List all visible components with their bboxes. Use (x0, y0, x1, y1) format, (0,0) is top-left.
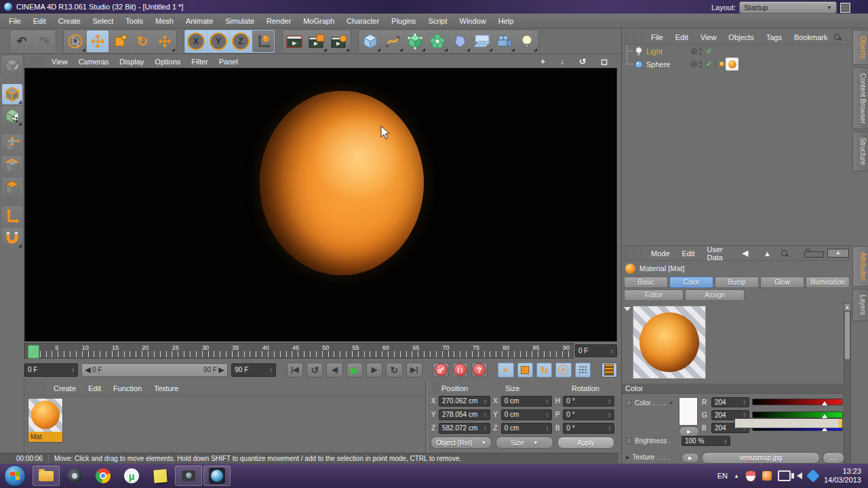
green-slider[interactable] (752, 411, 843, 418)
menu-item[interactable]: Render (260, 17, 297, 25)
side-tab[interactable]: Attributes (852, 246, 868, 287)
position-y-field[interactable]: 278.054 cm↕ (439, 409, 490, 420)
layer-dot-icon[interactable] (691, 61, 697, 67)
spinner-icon[interactable]: ↕ (71, 367, 75, 373)
size-x-field[interactable]: 0 cm↕ (501, 396, 553, 407)
preview-range-slider[interactable]: ◀ 0 F 90 F ▶ (81, 363, 229, 377)
menu-item[interactable]: File (3, 17, 27, 25)
previous-frame-button[interactable]: ◀ (326, 363, 342, 378)
current-frame-marker[interactable] (28, 345, 39, 359)
menu-item[interactable]: Edit (27, 17, 52, 25)
brightness-slider[interactable] (734, 418, 843, 428)
add-spline-button[interactable] (382, 30, 403, 52)
key-position-toggle[interactable]: + (498, 363, 513, 378)
drag-grip[interactable] (432, 382, 439, 394)
rotate-tool-button[interactable]: ↻ (132, 30, 153, 52)
menu-item[interactable]: Animate (180, 17, 219, 25)
texture-tag-icon[interactable] (726, 58, 738, 70)
drag-grip[interactable] (26, 381, 45, 395)
taskbar-cinema4d-button[interactable] (203, 466, 231, 486)
object-row-sphere[interactable]: Sphere ✓ (622, 58, 852, 70)
brightness-field[interactable]: 100 %↕ (682, 436, 730, 446)
viewport-menu-item[interactable]: View (46, 58, 73, 66)
rotation-p-field[interactable]: 0 °↕ (563, 409, 614, 420)
drag-grip[interactable] (623, 30, 643, 44)
viewport-toggle-icon[interactable]: ◻ (595, 57, 613, 66)
viewport-menu-item[interactable]: Filter (186, 58, 213, 66)
drag-grip[interactable] (26, 56, 44, 68)
object-menu-item[interactable]: File (645, 33, 669, 41)
rotation-b-field[interactable]: 0 °↕ (563, 423, 614, 434)
menu-item[interactable]: Create (52, 17, 87, 25)
lock-y-axis-button[interactable]: Y (208, 30, 229, 52)
make-editable-button[interactable] (2, 56, 22, 76)
object-menu-item[interactable]: Bookmark (788, 33, 834, 41)
add-mograph-button[interactable] (427, 30, 448, 52)
keyframe-selection-button[interactable]: ? (471, 363, 487, 378)
polygons-mode-button[interactable] (2, 178, 22, 198)
viewport-zoom-icon[interactable]: ↓ (555, 57, 570, 66)
taskbar-utorrent-button[interactable]: µ (118, 466, 145, 486)
phong-tag-icon[interactable] (719, 62, 724, 66)
viewport-menu-item[interactable]: Options (149, 58, 186, 66)
search-icon[interactable] (781, 249, 801, 258)
menu-item[interactable]: Script (422, 17, 453, 25)
taskbar-explorer-button[interactable] (33, 466, 60, 486)
side-tab[interactable]: Objects (852, 30, 868, 65)
material-menu-item[interactable]: Create (47, 384, 82, 392)
viewport-canvas[interactable] (24, 68, 617, 342)
points-mode-button[interactable] (2, 134, 22, 155)
side-tab[interactable]: Content Browser (852, 67, 868, 129)
search-icon[interactable] (833, 33, 854, 41)
current-frame-field[interactable]: 0 F↕ (575, 344, 617, 357)
frame-start-field[interactable]: 0 F↕ (24, 363, 78, 377)
spinner-icon[interactable]: ↕ (270, 367, 273, 373)
size-y-field[interactable]: 0 cm↕ (501, 409, 553, 420)
coord-mode-dropdown[interactable]: Object (Rel)▼ (431, 436, 492, 449)
add-deformer-button[interactable] (449, 30, 471, 52)
frame-end-field[interactable]: 90 F↕ (231, 363, 276, 377)
scale-tool-button[interactable] (109, 30, 131, 52)
scrollbar[interactable]: ▲ (844, 303, 851, 466)
add-camera-button[interactable] (494, 30, 515, 52)
object-row-light[interactable]: Light ✓ (622, 45, 852, 58)
drag-grip[interactable] (623, 246, 643, 260)
material-thumbnail[interactable]: Mat (28, 398, 63, 443)
add-primitive-button[interactable] (359, 30, 381, 52)
object-menu-item[interactable]: View (694, 33, 723, 41)
menu-item[interactable]: Character (340, 17, 385, 25)
timeline-window-button[interactable] (601, 363, 617, 378)
checkbox-icon[interactable] (626, 438, 632, 444)
autokey-button[interactable]: ( ) (452, 363, 468, 378)
history-up-icon[interactable]: ▲ (757, 249, 777, 258)
lock-icon[interactable] (804, 251, 824, 258)
render-view-button[interactable] (283, 30, 305, 52)
menu-item[interactable]: Plugins (385, 17, 422, 25)
material-channel-tab[interactable]: Basic (624, 277, 668, 288)
material-name-label[interactable]: Mat (28, 432, 62, 442)
chevron-down-icon[interactable]: ▼ (669, 401, 673, 405)
coordinate-system-button[interactable] (252, 30, 274, 52)
network-icon[interactable] (778, 470, 791, 481)
key-parameter-toggle[interactable]: P (555, 363, 571, 378)
add-hypernurbs-button[interactable] (404, 30, 426, 52)
attribute-menu-item[interactable]: User Data (701, 245, 736, 262)
taskbar-steam-button[interactable] (61, 466, 88, 486)
language-indicator[interactable]: EN (717, 472, 728, 480)
menu-item[interactable]: Help (492, 17, 520, 25)
menu-item[interactable]: Simulate (219, 17, 260, 25)
add-light-button[interactable] (516, 30, 538, 52)
color-expand-button[interactable]: ▶ (679, 426, 699, 436)
antivirus-shield-icon[interactable] (745, 470, 756, 482)
object-menu-item[interactable]: Tags (760, 33, 788, 41)
goto-end-button[interactable]: ▶| (406, 363, 422, 378)
attribute-menu-item[interactable]: Edit (676, 249, 701, 258)
render-settings-button[interactable] (328, 30, 350, 52)
side-tab[interactable]: Layers (852, 289, 868, 321)
timeline-ruler[interactable]: 051015202530354045505560657075808590 (24, 343, 574, 359)
play-button[interactable]: ▶ (347, 363, 363, 378)
material-channel-tab[interactable]: Assign (685, 289, 745, 301)
material-menu-item[interactable]: Edit (82, 384, 107, 392)
record-keyframe-button[interactable] (433, 363, 448, 378)
enabled-check-icon[interactable]: ✓ (706, 47, 712, 56)
